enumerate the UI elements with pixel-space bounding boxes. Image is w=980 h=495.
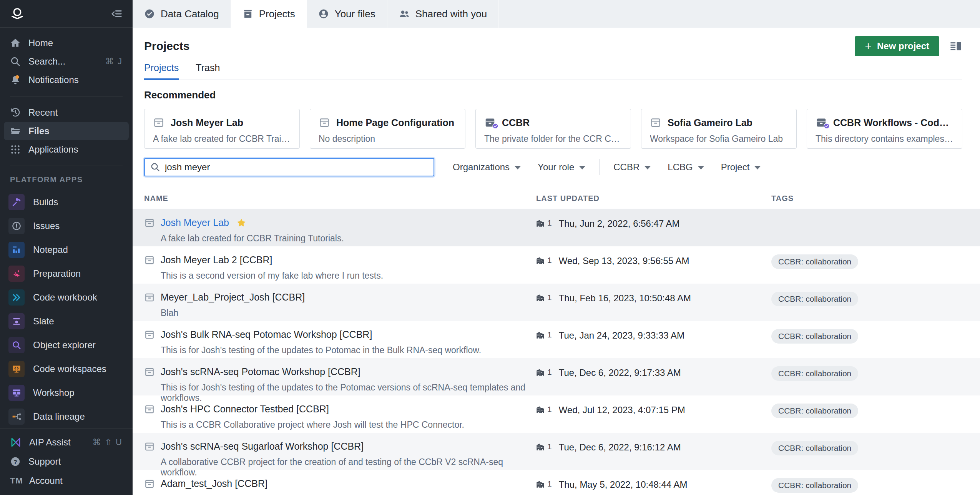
sidebar-app-slate[interactable]: Slate	[0, 309, 133, 333]
sidebar-item-applications[interactable]: Applications	[0, 140, 133, 159]
collapse-sidebar-icon[interactable]	[111, 8, 123, 20]
tag-pill[interactable]: CCBR: collaboration	[771, 441, 858, 455]
table-row[interactable]: Josh's scRNA-seq Potomac Workshop [CCBR]…	[133, 358, 980, 395]
subtab-projects[interactable]: Projects	[144, 62, 179, 80]
sidebar-app-object-explorer[interactable]: Object explorer	[0, 333, 133, 357]
main-area: Data Catalog Projects Your files Shared …	[133, 0, 980, 495]
filter-organizations[interactable]: Organizations	[444, 158, 529, 176]
recommended-card[interactable]: CCBR The private folder for the CCR Coll…	[475, 109, 631, 149]
sidebar-app-preparation[interactable]: Preparation	[0, 262, 133, 286]
recommended-card[interactable]: Sofia Gameiro Lab Workspace for Sofia Ga…	[641, 109, 797, 149]
project-name[interactable]: Josh's scRNA-seq Potomac Workshop [CCBR]	[161, 366, 360, 377]
page-header: Projects + New project	[144, 36, 962, 56]
org-count: 1	[547, 256, 552, 265]
last-updated-value: Thu, May 5, 2022, 10:48:44 AM	[559, 479, 688, 490]
sidebar-app-label: Preparation	[33, 268, 81, 279]
sidebar-app-label: Code workbook	[33, 292, 97, 303]
project-name[interactable]: Adam_test_Josh [CCBR]	[161, 478, 267, 489]
project-name[interactable]: Josh's HPC Connector Testbed [CCBR]	[161, 404, 329, 415]
sidebar-footer: AIP Assist ⌘ ⇧ U ? Support TM Account	[0, 429, 133, 495]
tag-pill[interactable]: CCBR: collaboration	[771, 478, 858, 493]
tag-pill[interactable]: CCBR: collaboration	[771, 366, 858, 381]
filter-project[interactable]: Project	[713, 158, 769, 176]
tab-data-catalog[interactable]: Data Catalog	[133, 0, 231, 28]
chevron-down-icon	[698, 166, 704, 169]
sidebar-app-builds[interactable]: Builds	[0, 190, 133, 214]
tag-pill[interactable]: CCBR: collaboration	[771, 329, 858, 344]
side-panel-toggle-icon[interactable]	[949, 40, 962, 53]
verified-badge-icon	[492, 123, 498, 128]
card-title: CCBR	[502, 117, 530, 128]
grid-icon	[10, 144, 21, 155]
search-icon	[10, 56, 21, 67]
chevron-down-icon	[754, 166, 761, 169]
table-row[interactable]: Josh's Bulk RNA-seq Potomac Workshop [CC…	[133, 321, 980, 358]
table-row[interactable]: Josh's scRNA-seq Sugarloaf Workshop [CCB…	[133, 433, 980, 470]
sidebar-app-notepad[interactable]: Notepad	[0, 238, 133, 262]
svg-text:?: ?	[13, 458, 17, 465]
tag-pill[interactable]: CCBR: collaboration	[771, 292, 858, 306]
star-icon[interactable]	[236, 218, 246, 228]
table-row[interactable]: Meyer_Lab_Project_Josh [CCBR] Blah 1 Thu…	[133, 284, 980, 321]
sidebar-item-aip-assist[interactable]: AIP Assist ⌘ ⇧ U	[0, 433, 133, 452]
sidebar-item-search[interactable]: Search... ⌘ J	[0, 52, 133, 71]
sidebar-app-code-workspaces[interactable]: Code workspaces	[0, 357, 133, 381]
sidebar-item-files[interactable]: Files	[4, 122, 129, 140]
sidebar-app-issues[interactable]: Issues	[0, 214, 133, 238]
project-description: A fake lab created for CCBR Training Tut…	[161, 233, 536, 244]
project-name[interactable]: Josh's Bulk RNA-seq Potomac Workshop [CC…	[161, 329, 372, 340]
tab-shared-with-you[interactable]: Shared with you	[387, 0, 499, 28]
tab-projects[interactable]: Projects	[231, 0, 307, 28]
table-row[interactable]: Josh Meyer Lab A fake lab created for CC…	[133, 209, 980, 246]
search-icon	[150, 162, 160, 172]
search-filter-row: Organizations Your role CCBR LCBG Projec…	[144, 158, 962, 176]
new-project-label: New project	[877, 41, 929, 51]
project-search-box[interactable]	[144, 158, 434, 176]
project-icon	[144, 367, 155, 377]
recommended-cards: Josh Meyer Lab A fake lab created for CC…	[144, 109, 962, 149]
sidebar-app-data-lineage[interactable]: Data lineage	[0, 405, 133, 429]
new-project-button[interactable]: + New project	[855, 36, 939, 56]
project-name-link[interactable]: Josh Meyer Lab	[161, 217, 229, 228]
project-name[interactable]: Meyer_Lab_Project_Josh [CCBR]	[161, 292, 305, 303]
sidebar-item-recent[interactable]: Recent	[0, 103, 133, 122]
top-tabbar: Data Catalog Projects Your files Shared …	[133, 0, 980, 28]
subtab-trash[interactable]: Trash	[196, 62, 220, 80]
tab-your-files[interactable]: Your files	[307, 0, 387, 28]
search-input[interactable]	[165, 162, 428, 173]
sidebar-item-label: Home	[28, 38, 53, 48]
table-row[interactable]: Josh Meyer Lab 2 [CCBR] This is a second…	[133, 246, 980, 284]
filter-lcbg[interactable]: LCBG	[659, 158, 712, 176]
project-description: This is a second version of my fake lab …	[161, 271, 536, 281]
sidebar-item-label: AIP Assist	[29, 437, 71, 448]
sidebar-item-notifications[interactable]: Notifications	[0, 71, 133, 89]
sidebar-app-code-workbook[interactable]: Code workbook	[0, 286, 133, 309]
recommended-card[interactable]: Josh Meyer Lab A fake lab created for CC…	[144, 109, 300, 149]
project-name[interactable]: Josh Meyer Lab 2 [CCBR]	[161, 254, 272, 266]
filter-bar: Organizations Your role CCBR LCBG Projec…	[444, 158, 769, 176]
last-updated-value: Tue, Jan 24, 2023, 9:33:33 AM	[559, 330, 684, 341]
sidebar-item-home[interactable]: Home	[0, 34, 133, 52]
workshop-icon	[8, 385, 25, 401]
filter-your-role[interactable]: Your role	[529, 158, 594, 176]
project-name[interactable]: Josh's scRNA-seq Sugarloaf Workshop [CCB…	[161, 441, 364, 452]
tab-label: Your files	[335, 8, 375, 20]
project-icon-verified	[816, 117, 827, 128]
recommended-card[interactable]: Home Page Configuration No description	[310, 109, 465, 149]
office-icon	[536, 405, 545, 414]
project-icon	[144, 255, 155, 266]
tag-pill[interactable]: CCBR: collaboration	[771, 404, 858, 418]
sidebar-app-workshop[interactable]: Workshop	[0, 381, 133, 405]
issues-icon	[8, 218, 25, 234]
tag-pill[interactable]: CCBR: collaboration	[771, 254, 858, 269]
sidebar-item-account[interactable]: TM Account	[0, 471, 133, 490]
column-last-updated[interactable]: LAST UPDATED	[536, 194, 771, 203]
filter-ccbr[interactable]: CCBR	[605, 158, 659, 176]
recommended-card[interactable]: CCBR Workflows - Code Workbo… This direc…	[807, 109, 962, 149]
last-updated-value: Wed, Sep 13, 2023, 9:56:55 AM	[559, 256, 689, 266]
sidebar-app-label: Builds	[33, 197, 58, 208]
sidebar-item-support[interactable]: ? Support	[0, 452, 133, 471]
org-count: 1	[547, 367, 552, 377]
column-tags[interactable]: TAGS	[771, 194, 962, 203]
column-name[interactable]: NAME	[144, 194, 536, 203]
